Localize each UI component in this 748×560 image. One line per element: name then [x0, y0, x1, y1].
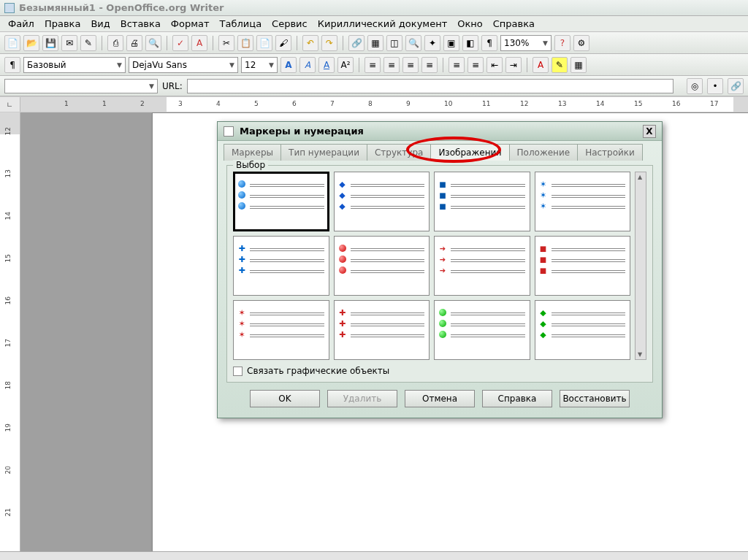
bullet-icon: [540, 180, 547, 188]
font-color-button[interactable]: A: [533, 57, 549, 73]
zoom-combo[interactable]: 130%▼: [500, 35, 552, 51]
dialog-titlebar[interactable]: Маркеры и нумерация X: [218, 122, 662, 141]
paste-button[interactable]: 📄: [256, 35, 272, 51]
bullet-option-1[interactable]: [334, 172, 430, 231]
preview-button[interactable]: 🔍: [145, 35, 161, 51]
menu-edit[interactable]: Правка: [39, 17, 85, 31]
bullet-icon: [540, 245, 547, 252]
cut-button[interactable]: ✂: [218, 35, 234, 51]
close-icon[interactable]: X: [643, 125, 656, 138]
options-scrollbar[interactable]: [635, 172, 646, 360]
menu-window[interactable]: Окно: [452, 17, 488, 31]
background-button[interactable]: ▦: [570, 57, 587, 73]
data-sources-button[interactable]: ◧: [462, 35, 478, 51]
url-name-combo[interactable]: ▼: [4, 79, 158, 93]
copy-button[interactable]: 📋: [237, 35, 253, 51]
delete-button[interactable]: Удалить: [327, 390, 397, 407]
align-center-button[interactable]: ≡: [383, 57, 400, 73]
styles-button[interactable]: ¶: [4, 57, 20, 73]
cancel-button[interactable]: Отмена: [405, 390, 475, 407]
print-button[interactable]: 🖨: [126, 35, 142, 51]
align-justify-button[interactable]: ≡: [421, 57, 438, 73]
extra-button[interactable]: ⚙: [573, 35, 589, 51]
url-target-button[interactable]: ◎: [687, 78, 703, 94]
url-input[interactable]: [187, 79, 673, 93]
open-button[interactable]: 📂: [23, 35, 39, 51]
decrease-indent-button[interactable]: ⇤: [486, 57, 503, 73]
bullet-icon: [439, 320, 446, 327]
bullet-option-3[interactable]: [535, 172, 631, 231]
align-right-button[interactable]: ≡: [402, 57, 419, 73]
bullet-option-5[interactable]: [334, 236, 430, 296]
menu-format[interactable]: Формат: [166, 17, 215, 31]
bullet-option-11[interactable]: [535, 300, 631, 360]
vertical-ruler[interactable]: 12131415161718192021: [0, 112, 20, 551]
find-button[interactable]: 🔍: [405, 35, 421, 51]
tab-position[interactable]: Положение: [509, 144, 579, 161]
font-size-combo[interactable]: 12▼: [241, 57, 278, 73]
bullets-button[interactable]: ≡: [468, 57, 484, 73]
numbering-button[interactable]: ≡: [449, 57, 465, 73]
horizontal-scrollbar[interactable]: [0, 551, 748, 560]
email-button[interactable]: ✉: [61, 35, 77, 51]
pdf-button[interactable]: ⎙: [107, 35, 123, 51]
menu-insert[interactable]: Вставка: [115, 17, 166, 31]
superscript-button[interactable]: A²: [337, 57, 354, 73]
ok-button[interactable]: OK: [250, 390, 320, 407]
align-left-button[interactable]: ≡: [365, 57, 381, 73]
menu-cyrillic[interactable]: Кириллический документ: [313, 17, 453, 31]
font-name-combo[interactable]: DejaVu Sans▼: [129, 57, 238, 73]
bullet-option-9[interactable]: [334, 300, 430, 360]
gallery-button[interactable]: ▣: [443, 35, 459, 51]
italic-button[interactable]: A: [299, 57, 316, 73]
tab-numbering-type[interactable]: Тип нумерации: [280, 144, 367, 161]
show-draw-button[interactable]: ◫: [386, 35, 402, 51]
help-button[interactable]: ?: [554, 35, 570, 51]
menu-file[interactable]: Файл: [3, 17, 39, 31]
ruler-tick: 18: [4, 381, 12, 389]
format-paint-button[interactable]: 🖌: [275, 35, 291, 51]
url-link-button[interactable]: 🔗: [728, 78, 744, 94]
bold-button[interactable]: A: [280, 57, 297, 73]
bullet-icon: [339, 309, 346, 316]
save-button[interactable]: 💾: [42, 35, 58, 51]
hyperlink-button[interactable]: 🔗: [348, 35, 365, 51]
bullet-option-2[interactable]: [434, 172, 530, 231]
document-canvas[interactable]: Маркеры и нумерация X Маркеры Тип нумера…: [20, 112, 748, 551]
tab-markers[interactable]: Маркеры: [224, 144, 281, 161]
underline-button[interactable]: A: [318, 57, 335, 73]
undo-button[interactable]: ↶: [302, 35, 318, 51]
bullet-option-10[interactable]: [434, 300, 530, 360]
bullet-icon: [439, 309, 446, 316]
bullet-text-line: [351, 195, 425, 196]
highlight-button[interactable]: ✎: [552, 57, 568, 73]
url-apply-button[interactable]: •: [707, 78, 723, 94]
tab-outline[interactable]: Структура: [367, 144, 431, 161]
bullet-option-6[interactable]: [434, 236, 530, 296]
restore-button[interactable]: Восстановить: [560, 390, 630, 407]
spellcheck-button[interactable]: ✓: [172, 35, 188, 51]
menu-tools[interactable]: Сервис: [267, 17, 313, 31]
table-button[interactable]: ▦: [367, 35, 383, 51]
horizontal-ruler[interactable]: 11234567891011121314151617: [20, 97, 748, 112]
menu-help[interactable]: Справка: [488, 17, 540, 31]
paragraph-style-combo[interactable]: Базовый▼: [23, 57, 126, 73]
nonprinting-button[interactable]: ¶: [481, 35, 497, 51]
bullet-option-4[interactable]: [233, 236, 329, 296]
new-button[interactable]: 📄: [4, 35, 20, 51]
autospell-button[interactable]: A: [191, 35, 207, 51]
link-graphics-checkbox[interactable]: [233, 367, 243, 376]
navigator-button[interactable]: ✦: [424, 35, 440, 51]
separator: [343, 36, 343, 50]
menu-view[interactable]: Вид: [85, 17, 115, 31]
bullet-option-8[interactable]: [233, 300, 329, 360]
increase-indent-button[interactable]: ⇥: [505, 57, 522, 73]
tab-graphics[interactable]: Изображения: [430, 144, 509, 161]
bullet-option-0[interactable]: [233, 172, 329, 231]
bullet-option-7[interactable]: [535, 236, 631, 296]
edit-button[interactable]: ✎: [80, 35, 96, 51]
tab-options[interactable]: Настройки: [577, 144, 643, 161]
redo-button[interactable]: ↷: [321, 35, 337, 51]
help-button[interactable]: Справка: [482, 390, 552, 407]
menu-table[interactable]: Таблица: [215, 17, 267, 31]
